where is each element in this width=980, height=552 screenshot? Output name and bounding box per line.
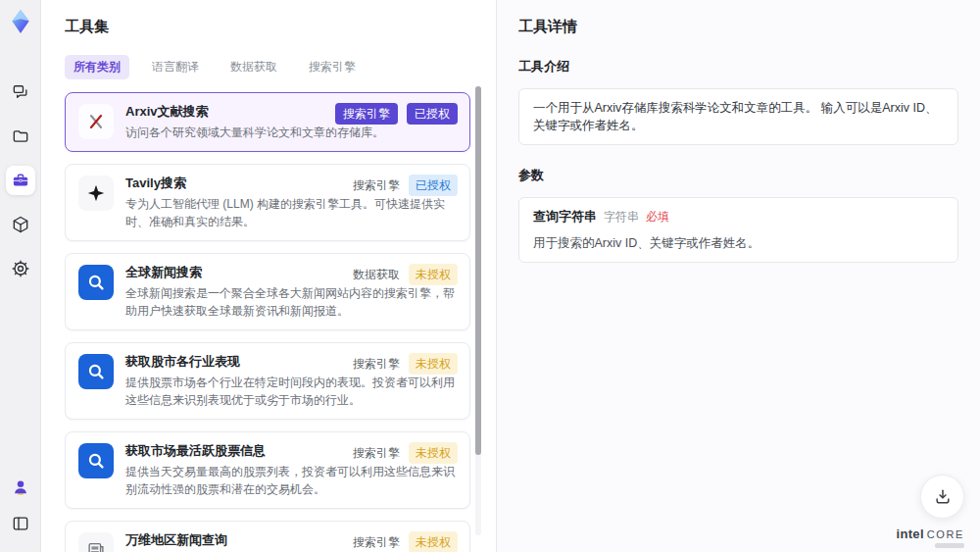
settings-icon: [11, 259, 30, 278]
rail-bottom: [6, 473, 35, 552]
params-heading: 参数: [518, 167, 958, 184]
tool-card[interactable]: 获取市场最活跃股票信息 提供当天交易量最高的股票列表，投资者可以利用这些信息来识…: [65, 431, 470, 509]
tool-category-badge: 数据获取: [353, 265, 400, 284]
tool-icon: [78, 176, 114, 211]
tool-icon: [78, 532, 114, 552]
tool-icon: [78, 265, 114, 300]
chat-icon: [11, 82, 30, 102]
tool-icon: [78, 354, 114, 389]
category-tab[interactable]: 语言翻译: [143, 55, 208, 79]
category-tab[interactable]: 所有类别: [65, 55, 129, 79]
app-logo-icon[interactable]: [8, 9, 33, 34]
tool-description: 提供股票市场各个行业在特定时间段内的表现。投资者可以利用这些信息来识别表现优于或…: [125, 374, 457, 409]
tool-icon: [78, 104, 114, 139]
panel-toggle-icon: [11, 514, 30, 533]
brand-sub-mark: [935, 543, 964, 548]
star-icon: [85, 182, 107, 204]
scrollbar[interactable]: [475, 86, 481, 535]
tool-auth-badge: 未授权: [409, 442, 458, 464]
brand-core: core: [927, 528, 964, 540]
tool-badges: 数据获取 未授权: [353, 264, 458, 285]
search-blue-icon: [85, 361, 107, 382]
toolbox-icon: [11, 171, 30, 190]
tools-list-panel: 工具集 所有类别语言翻译数据获取搜索引擎 Arxiv文献搜索 访问各个研究领域大…: [41, 0, 496, 552]
tool-description: 全球新闻搜索是一个聚合全球各大新闻网站内容的搜索引擎，帮助用户快速获取全球最新资…: [125, 284, 457, 320]
tool-auth-badge: 已授权: [409, 175, 458, 196]
param-head: 查询字符串 字符串 必填: [533, 208, 944, 226]
newspaper-icon: [85, 539, 107, 552]
param-box: 查询字符串 字符串 必填 用于搜索的Arxiv ID、关键字或作者姓名。: [518, 197, 958, 263]
tool-card[interactable]: Tavily搜索 专为人工智能代理 (LLM) 构建的搜索引擎工具。可快速提供实…: [65, 164, 470, 241]
tool-badges: 搜索引擎 未授权: [353, 442, 458, 464]
tool-card-list: Arxiv文献搜索 访问各个研究领域大量科学论文和文章的存储库。 搜索引擎 已授…: [65, 92, 472, 552]
tool-auth-badge: 未授权: [409, 353, 458, 375]
sidebar-item-user[interactable]: [6, 473, 35, 502]
tool-icon: [78, 443, 114, 478]
sidebar-item-settings[interactable]: [6, 254, 35, 283]
param-required-badge: 必填: [646, 208, 669, 226]
tool-detail-panel: 工具详情 工具介绍 一个用于从Arxiv存储库搜索科学论文和文章的工具。 输入可…: [496, 0, 980, 552]
tool-category-badge: 搜索引擎: [353, 354, 400, 374]
intro-box: 一个用于从Arxiv存储库搜索科学论文和文章的工具。 输入可以是Arxiv ID…: [518, 88, 958, 145]
intro-heading: 工具介绍: [518, 58, 958, 75]
download-button[interactable]: [920, 475, 964, 519]
tool-auth-badge: 已授权: [407, 103, 458, 125]
category-tabs: 所有类别语言翻译数据获取搜索引擎: [65, 55, 472, 79]
arxiv-icon: [85, 111, 107, 132]
download-icon: [933, 487, 953, 507]
brand-intel: intel: [897, 527, 924, 541]
search-blue-icon: [85, 272, 107, 293]
detail-title: 工具详情: [518, 18, 958, 36]
sidebar-item-panel-toggle[interactable]: [6, 509, 35, 538]
user-icon: [11, 477, 30, 497]
category-tab[interactable]: 搜索引擎: [300, 55, 365, 79]
sidebar-item-folder[interactable]: [6, 122, 35, 151]
tool-category-badge: 搜索引擎: [353, 176, 400, 195]
left-rail: [0, 0, 41, 552]
param-description: 用于搜索的Arxiv ID、关键字或作者姓名。: [533, 234, 944, 252]
tool-category-badge: 搜索引擎: [335, 103, 398, 125]
param-type: 字符串: [604, 208, 639, 226]
search-blue-icon: [85, 450, 107, 472]
page-title: 工具集: [65, 18, 472, 36]
folder-icon: [11, 126, 30, 146]
tool-card[interactable]: 万维地区新闻查询 查询具体行政区划内的新闻，快速了解各地新闻动 搜索引擎 未授权: [65, 521, 470, 552]
sidebar-item-chat[interactable]: [6, 77, 35, 107]
sidebar-item-toolbox[interactable]: [6, 166, 35, 195]
tool-description: 提供当天交易量最高的股票列表，投资者可以利用这些信息来识别流动性强的股票和潜在的…: [125, 463, 457, 498]
tool-auth-badge: 未授权: [409, 531, 458, 552]
tool-card[interactable]: 获取股市各行业表现 提供股票市场各个行业在特定时间段内的表现。投资者可以利用这些…: [65, 342, 470, 420]
category-tab[interactable]: 数据获取: [221, 55, 286, 79]
tool-auth-badge: 未授权: [409, 264, 458, 285]
tool-card[interactable]: Arxiv文献搜索 访问各个研究领域大量科学论文和文章的存储库。 搜索引擎 已授…: [65, 92, 470, 152]
tool-card[interactable]: 全球新闻搜索 全球新闻搜索是一个聚合全球各大新闻网站内容的搜索引擎，帮助用户快速…: [65, 253, 470, 330]
param-name: 查询字符串: [533, 208, 597, 226]
scrollbar-thumb[interactable]: [475, 86, 481, 455]
tool-category-badge: 搜索引擎: [353, 532, 400, 552]
sidebar-item-cube[interactable]: [6, 210, 35, 239]
tool-description: 访问各个研究领域大量科学论文和文章的存储库。: [125, 124, 457, 141]
tool-badges: 搜索引擎 已授权: [353, 175, 458, 196]
tool-badges: 搜索引擎 未授权: [353, 531, 458, 552]
tool-description: 专为人工智能代理 (LLM) 构建的搜索引擎工具。可快速提供实时、准确和真实的结…: [125, 195, 457, 230]
intel-core-logo: intel core: [897, 527, 964, 541]
tool-category-badge: 搜索引擎: [353, 443, 400, 463]
cube-icon: [11, 215, 30, 234]
tool-badges: 搜索引擎 已授权: [335, 103, 458, 125]
rail-nav: [6, 77, 35, 283]
tool-badges: 搜索引擎 未授权: [353, 353, 458, 375]
